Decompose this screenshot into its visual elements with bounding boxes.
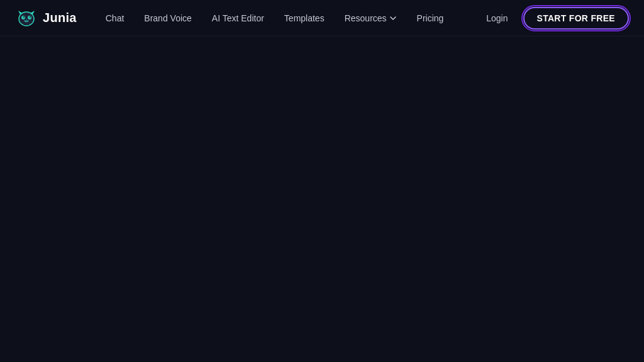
chevron-down-icon: [389, 14, 397, 22]
nav-chat[interactable]: Chat: [97, 8, 133, 28]
junia-logo-icon: [15, 7, 38, 30]
start-for-free-button[interactable]: START FOR FREE: [523, 7, 630, 30]
nav-resources[interactable]: Resources: [336, 8, 406, 28]
main-content: [0, 36, 644, 362]
svg-point-4: [23, 16, 25, 18]
svg-point-3: [28, 16, 31, 19]
nav-right-actions: Login START FOR FREE: [481, 7, 629, 30]
nav-pricing[interactable]: Pricing: [408, 8, 453, 28]
logo-text: Junia: [43, 11, 77, 25]
svg-point-2: [21, 16, 25, 19]
svg-point-6: [26, 19, 27, 21]
nav-ai-text-editor[interactable]: AI Text Editor: [203, 8, 273, 28]
nav-brand-voice[interactable]: Brand Voice: [135, 8, 201, 28]
login-link[interactable]: Login: [481, 8, 513, 28]
svg-point-5: [30, 16, 31, 18]
main-header: Junia Chat Brand Voice AI Text Editor Te…: [0, 0, 644, 36]
logo-link[interactable]: Junia: [15, 7, 77, 30]
main-nav: Chat Brand Voice AI Text Editor Template…: [97, 8, 481, 28]
nav-templates[interactable]: Templates: [275, 8, 333, 28]
svg-point-1: [19, 12, 34, 26]
